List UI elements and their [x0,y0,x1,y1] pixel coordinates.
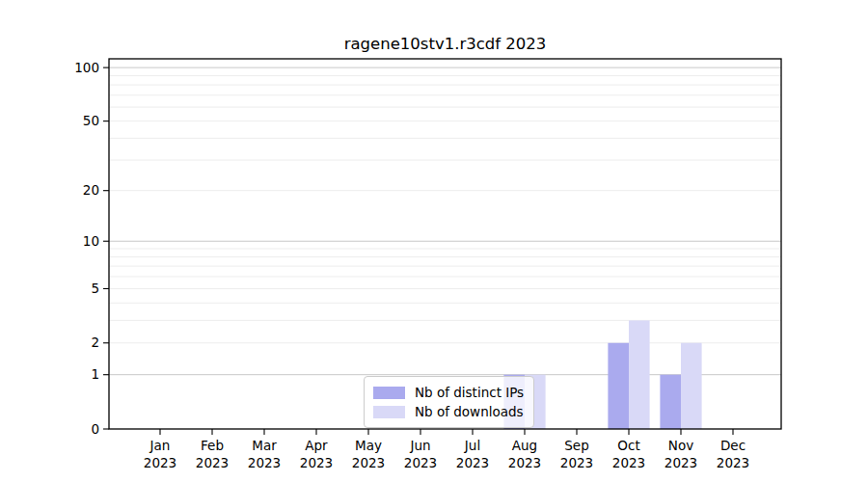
x-tick-label-year: 2023 [508,455,541,470]
legend-swatch-downloads-icon [373,406,405,418]
plot-border [109,59,781,429]
x-tick-label: Jun [409,438,430,453]
x-tick-label: Aug [512,438,537,453]
x-tick-label-year: 2023 [456,455,489,470]
legend-item-distinct-ips: Nb of distinct IPs [373,383,524,402]
y-tick-label: 2 [91,335,99,350]
bar-distinct-ips [660,375,681,429]
x-tick-label: May [355,438,382,453]
x-tick-label: Dec [720,438,746,453]
legend-label-downloads: Nb of downloads [415,402,524,421]
y-tick-label: 0 [91,421,99,437]
x-tick-label: Nov [668,438,693,453]
bar-downloads [681,343,702,429]
x-tick-label-year: 2023 [248,455,281,470]
y-tick-label: 10 [83,233,99,249]
y-tick-label: 5 [91,281,99,296]
y-tick-label: 100 [74,60,99,75]
x-tick-label-year: 2023 [404,455,437,470]
legend-item-downloads: Nb of downloads [373,402,524,421]
legend-swatch-distinct-ips-icon [373,387,405,399]
x-tick-label-year: 2023 [352,455,385,470]
bar-distinct-ips [608,343,629,429]
x-tick-label: Apr [305,438,328,453]
x-tick-label: Jul [464,438,480,453]
x-tick-label-year: 2023 [612,455,645,470]
legend-label-distinct-ips: Nb of distinct IPs [415,383,524,402]
x-tick-label-year: 2023 [144,455,176,470]
y-tick-label: 50 [83,113,99,128]
figure: ragene10stv1.r3cdf 2023 Jan2023Feb2023Ma… [0,0,868,482]
x-tick-label: Jan [149,438,171,453]
x-tick-label: Feb [201,438,224,453]
x-tick-label-year: 2023 [196,455,229,470]
bar-downloads [629,320,650,429]
x-tick-label-year: 2023 [717,455,749,470]
legend: Nb of distinct IPs Nb of downloads [364,376,534,428]
x-tick-label: Sep [564,438,588,453]
x-tick-label: Mar [252,438,277,453]
y-tick-label: 1 [91,366,99,382]
x-tick-label-year: 2023 [560,455,593,470]
x-tick-label-year: 2023 [300,455,333,470]
x-tick-label: Oct [617,438,639,453]
y-tick-label: 20 [83,182,99,198]
x-tick-label-year: 2023 [665,455,697,470]
